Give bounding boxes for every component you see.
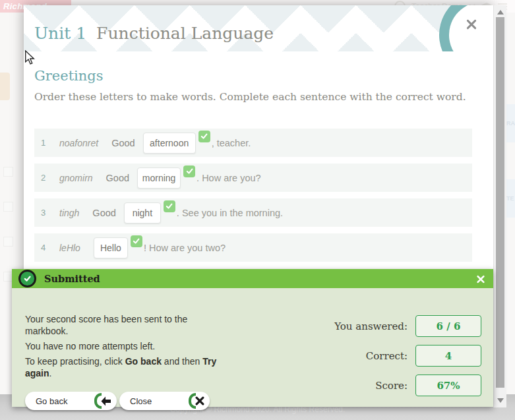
results-body: Your second score has been sent to the m… [12,288,493,407]
correct-check-icon [183,165,195,177]
modal-close-button[interactable] [460,13,483,36]
question-row: 3 tingh Good . See you in the morning. [34,198,472,227]
stat-label: Score: [375,375,408,396]
question-row: 4 leHlo ! How are you two? [34,233,472,262]
results-panel: Submitted Your second score has been sen… [12,269,493,407]
go-back-label: Go back [36,396,94,406]
sentence-prefix: Good [92,208,115,218]
stat-value-box: 67% [415,375,481,396]
correct-check-icon [131,235,142,247]
stat-label: Correct: [366,345,408,367]
screen: Richmond Teacher Demo RA TE Copyright © … [0,0,515,420]
modal-title-row: Unit 1 Functional Language [34,24,274,43]
sentence-suffix: . How are you? [197,173,261,183]
close-label: Close [130,396,189,406]
answer-input[interactable] [143,133,196,154]
question-list: 1 noafonret Good , teacher. 2 gnomirn Go… [34,129,472,268]
arrow-left-icon [101,396,111,406]
submitted-check-icon [18,270,36,287]
scroll-up-arrow-icon[interactable] [497,10,504,15]
question-number: 1 [41,138,50,148]
answer-input[interactable] [94,237,128,258]
instructions-text: Order these letters to make words. Compl… [34,91,466,103]
go-back-button[interactable]: Go back [25,392,117,410]
section-heading: Greetings [34,68,104,84]
results-title: Submitted [44,273,100,284]
sentence-suffix: . See you in the morning. [177,208,283,218]
scrambled-word: tingh [59,208,79,218]
results-close-button[interactable] [472,270,489,287]
scrollbar-thumb[interactable] [496,17,504,388]
results-header: Submitted [12,269,493,288]
sentence-suffix: ! How are you two? [144,243,226,253]
sentence-prefix: Good [106,173,129,183]
scrambled-word: noafonret [59,138,98,148]
correct-check-icon [198,131,210,142]
answer-input[interactable] [124,202,161,224]
question-row: 2 gnomirn Good . How are you? [34,164,472,192]
decorative-arc [423,5,493,51]
question-number: 3 [41,208,50,218]
stat-value-box: 6 / 6 [415,315,481,337]
modal-scrollbar[interactable] [493,5,506,407]
scroll-down-arrow-icon[interactable] [497,398,504,403]
question-number: 2 [41,173,50,183]
answer-input[interactable] [137,167,181,189]
scrambled-word: gnomirn [59,173,93,183]
modal-header: Unit 1 Functional Language [24,5,493,51]
stat-row-answered: You answered: 6 / 6 [12,315,493,337]
sentence-suffix: , teacher. [212,138,251,148]
page-title: Functional Language [96,24,274,43]
close-icon [476,274,485,284]
close-button[interactable]: Close [119,392,210,410]
question-number: 4 [41,243,50,253]
stat-row-correct: Correct: 4 [12,345,493,367]
stat-value-box: 4 [415,345,481,367]
close-icon [466,18,477,30]
unit-label: Unit 1 [34,24,86,43]
mouse-cursor [24,50,36,65]
stat-label: You answered: [334,315,408,337]
correct-check-icon [164,200,175,212]
scrambled-word: leHlo [59,243,80,253]
question-row: 1 noafonret Good , teacher. [34,129,472,157]
sentence-prefix: Good [111,138,135,148]
close-x-icon [195,396,204,405]
